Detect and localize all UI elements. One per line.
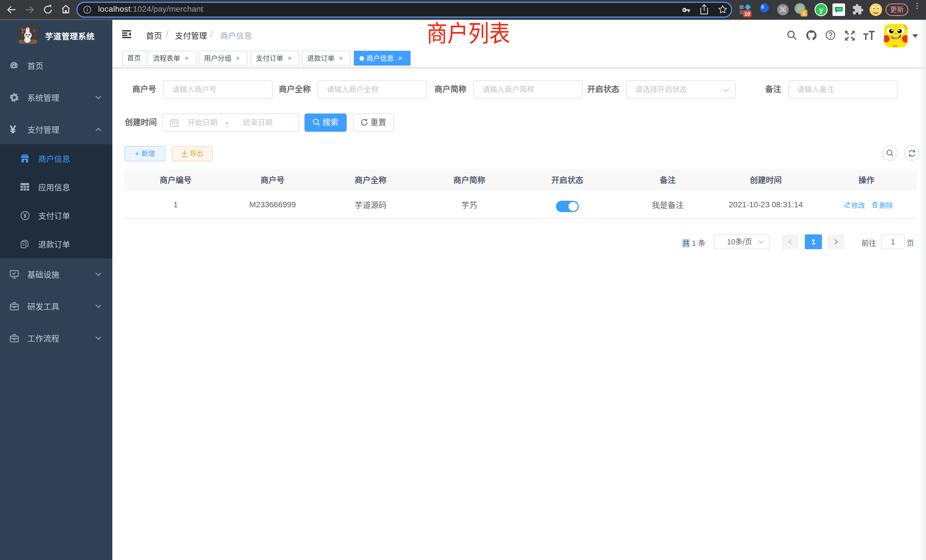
svg-text:10: 10	[744, 11, 750, 17]
svg-text:1: 1	[803, 10, 806, 16]
svg-text:y: y	[819, 6, 823, 14]
svg-text:⌘: ⌘	[779, 5, 787, 14]
